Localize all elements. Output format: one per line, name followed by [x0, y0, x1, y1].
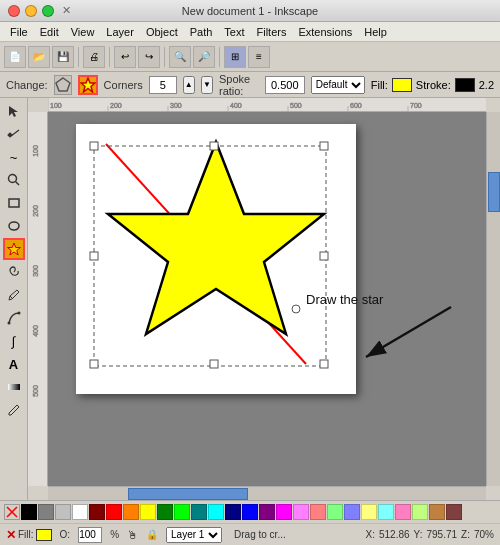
fill-stroke-area: Fill: Stroke: 2.2 — [371, 78, 494, 92]
palette-periwinkle[interactable] — [344, 504, 360, 520]
menu-edit[interactable]: Edit — [34, 24, 65, 40]
svg-text:200: 200 — [32, 205, 39, 217]
corners-down[interactable]: ▼ — [201, 76, 213, 94]
svg-marker-7 — [7, 243, 20, 255]
print-button[interactable]: 🖨 — [83, 46, 105, 68]
opacity-input[interactable] — [78, 527, 102, 543]
maximize-button[interactable] — [42, 5, 54, 17]
palette-lightyellow[interactable] — [361, 504, 377, 520]
palette-pink[interactable] — [293, 504, 309, 520]
palette-silver[interactable] — [55, 504, 71, 520]
bezier-tool[interactable] — [3, 307, 25, 329]
menu-file[interactable]: File — [4, 24, 34, 40]
palette-blue[interactable] — [242, 504, 258, 520]
palette-cyan[interactable] — [208, 504, 224, 520]
view-button[interactable]: ≡ — [248, 46, 270, 68]
palette-magenta[interactable] — [276, 504, 292, 520]
opacity-pct: % — [110, 529, 119, 540]
palette-lightgreen[interactable] — [327, 504, 343, 520]
fill-color-swatch[interactable] — [36, 529, 52, 541]
scrollbar-horizontal[interactable] — [48, 486, 486, 500]
new-button[interactable]: 📄 — [4, 46, 26, 68]
stroke-swatch[interactable] — [455, 78, 475, 92]
spiral-tool[interactable] — [3, 261, 25, 283]
menu-filters[interactable]: Filters — [251, 24, 293, 40]
palette-darkbrown[interactable] — [446, 504, 462, 520]
title-bar: ✕ New document 1 - Inkscape — [0, 0, 500, 22]
node-tool[interactable] — [3, 123, 25, 145]
zoom-tool[interactable] — [3, 169, 25, 191]
menu-object[interactable]: Object — [140, 24, 184, 40]
palette-green[interactable] — [157, 504, 173, 520]
palette-black[interactable] — [21, 504, 37, 520]
app-icon: ✕ — [62, 4, 71, 17]
palette-lightcyan[interactable] — [378, 504, 394, 520]
text-tool[interactable]: A — [3, 353, 25, 375]
open-button[interactable]: 📂 — [28, 46, 50, 68]
toolbar-sep2 — [109, 47, 110, 67]
status-bar: ✕ Fill: O: % 🖱 🔒 Layer 1 Drag to cr... X… — [0, 523, 500, 545]
palette-maroon[interactable] — [89, 504, 105, 520]
star-button[interactable] — [78, 75, 98, 95]
star-tool[interactable] — [3, 238, 25, 260]
corners-input[interactable] — [149, 76, 177, 94]
bottom-area: ✕ Fill: O: % 🖱 🔒 Layer 1 Drag to cr... X… — [0, 500, 500, 545]
dropper-tool[interactable] — [3, 399, 25, 421]
grid-button[interactable]: ⊞ — [224, 46, 246, 68]
tweak-tool[interactable]: ~ — [3, 146, 25, 168]
palette-gray[interactable] — [38, 504, 54, 520]
drawing-svg — [76, 124, 356, 394]
menu-text[interactable]: Text — [218, 24, 250, 40]
ellipse-tool[interactable] — [3, 215, 25, 237]
palette-hotpink[interactable] — [395, 504, 411, 520]
svg-rect-36 — [90, 142, 98, 150]
y-value: 795.71 — [427, 529, 458, 540]
palette-red[interactable] — [106, 504, 122, 520]
rect-tool[interactable] — [3, 192, 25, 214]
menu-layer[interactable]: Layer — [100, 24, 140, 40]
menu-extensions[interactable]: Extensions — [292, 24, 358, 40]
scrollbar-vertical[interactable] — [486, 112, 500, 486]
pencil-tool[interactable] — [3, 284, 25, 306]
palette-chartreuse[interactable] — [412, 504, 428, 520]
spoke-dropdown[interactable]: Default — [311, 76, 365, 94]
canvas-area[interactable]: Draw the star — [48, 112, 486, 486]
lock-icon: 🔒 — [146, 529, 158, 540]
svg-text:700: 700 — [410, 102, 422, 109]
gradient-tool[interactable] — [3, 376, 25, 398]
palette-teal[interactable] — [191, 504, 207, 520]
svg-text:300: 300 — [32, 265, 39, 277]
svg-text:100: 100 — [32, 145, 39, 157]
palette-orange[interactable] — [123, 504, 139, 520]
corners-up[interactable]: ▲ — [183, 76, 195, 94]
palette-yellow[interactable] — [140, 504, 156, 520]
palette-salmon[interactable] — [310, 504, 326, 520]
select-tool[interactable] — [3, 100, 25, 122]
close-button[interactable] — [8, 5, 20, 17]
spoke-input[interactable] — [265, 76, 305, 94]
scroll-thumb-horizontal[interactable] — [128, 488, 248, 500]
svg-text:400: 400 — [230, 102, 242, 109]
layer-select[interactable]: Layer 1 — [166, 527, 222, 543]
zoom-in-button[interactable]: 🔍 — [169, 46, 191, 68]
menu-view[interactable]: View — [65, 24, 101, 40]
palette-lime[interactable] — [174, 504, 190, 520]
menu-help[interactable]: Help — [358, 24, 393, 40]
menu-path[interactable]: Path — [184, 24, 219, 40]
redo-button[interactable]: ↪ — [138, 46, 160, 68]
no-paint-swatch[interactable] — [4, 504, 20, 520]
fill-swatch[interactable] — [392, 78, 412, 92]
undo-button[interactable]: ↩ — [114, 46, 136, 68]
scroll-thumb-vertical[interactable] — [488, 172, 500, 212]
calligraphy-tool[interactable]: ∫ — [3, 330, 25, 352]
menu-bar: File Edit View Layer Object Path Text Fi… — [0, 22, 500, 42]
minimize-button[interactable] — [25, 5, 37, 17]
save-button[interactable]: 💾 — [52, 46, 74, 68]
palette-brown[interactable] — [429, 504, 445, 520]
zoom-out-button[interactable]: 🔎 — [193, 46, 215, 68]
palette-white[interactable] — [72, 504, 88, 520]
polygon-button[interactable] — [54, 75, 72, 95]
palette-purple[interactable] — [259, 504, 275, 520]
svg-text:500: 500 — [32, 385, 39, 397]
palette-navy[interactable] — [225, 504, 241, 520]
